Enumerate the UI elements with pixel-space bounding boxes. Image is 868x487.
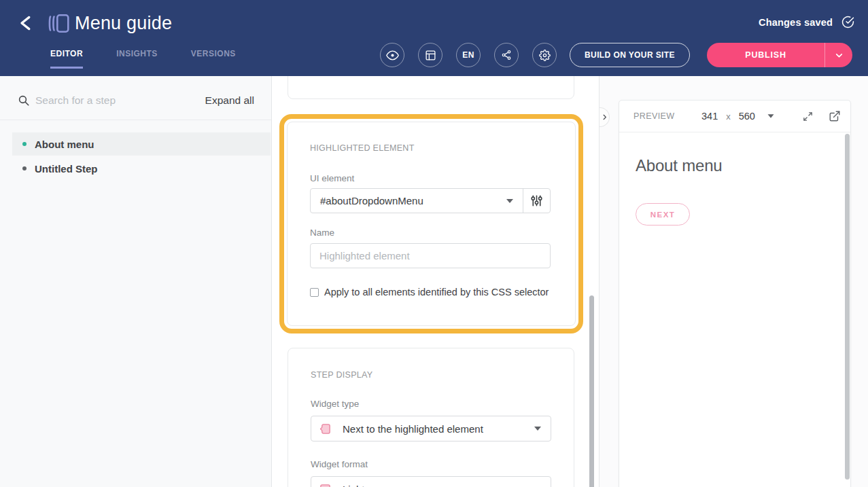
preview-header-icons	[802, 110, 841, 122]
caret-down-icon	[534, 427, 541, 431]
expand-diagonal-icon	[802, 111, 814, 122]
step-search-row: Expand all	[0, 76, 271, 120]
apply-all-label: Apply to all elements identified by this…	[324, 287, 549, 297]
preview-scrollbar-thumb[interactable]	[845, 134, 850, 480]
preview-header: PREVIEW 341 x 560	[619, 101, 850, 132]
widget-type-value: Next to the highlighted element	[343, 423, 534, 435]
back-button[interactable]	[18, 15, 33, 31]
ui-element-value: #aboutDropdownMenu	[320, 195, 506, 206]
preview-panel: PREVIEW 341 x 560 About menu	[619, 100, 851, 487]
external-link-icon	[829, 110, 841, 122]
step-status-dot	[22, 166, 27, 170]
language-button[interactable]: EN	[456, 43, 481, 67]
steps-sidebar: Expand all About menu Untitled Step	[0, 76, 272, 487]
preview-size-select[interactable]: 341 x 560	[701, 111, 774, 122]
step-display-card: STEP DISPLAY Widget type Next to the hig…	[288, 348, 574, 487]
element-settings-button[interactable]	[523, 189, 550, 213]
tune-sliders-icon	[530, 194, 543, 207]
changes-saved-status: Changes saved	[759, 16, 854, 29]
panel-divider	[599, 76, 600, 487]
check-circle-icon	[841, 16, 854, 29]
chevron-down-icon	[835, 51, 844, 60]
preview-height-value: 560	[739, 111, 755, 122]
changes-saved-label: Changes saved	[759, 17, 833, 28]
widget-type-label: Widget type	[311, 399, 359, 409]
apply-all-checkbox[interactable]	[310, 288, 319, 297]
preview-next-button[interactable]: NEXT	[636, 203, 690, 226]
section-heading: STEP DISPLAY	[311, 370, 372, 380]
highlighted-section-ring: HIGHLIGHTED ELEMENT UI element #aboutDro…	[279, 114, 583, 333]
settings-button[interactable]	[532, 43, 557, 67]
widget-format-value: Light	[343, 484, 534, 487]
next-button-label: NEXT	[650, 211, 676, 219]
search-icon	[18, 94, 30, 107]
caret-down-icon	[767, 114, 774, 118]
step-item-about-menu[interactable]: About menu	[12, 132, 271, 156]
highlighted-element-card: HIGHLIGHTED ELEMENT UI element #aboutDro…	[287, 122, 576, 326]
app-window: Menu guide Changes saved EDITOR INSIGHTS…	[0, 0, 868, 487]
preview-eye-button[interactable]	[380, 43, 404, 67]
caret-down-icon	[506, 199, 513, 203]
search-input[interactable]	[35, 94, 205, 107]
publish-dropdown-button[interactable]	[824, 43, 852, 67]
chevron-left-icon	[18, 15, 33, 31]
editor-scrollbar-thumb[interactable]	[589, 295, 594, 487]
preview-region: PREVIEW 341 x 560 About menu	[600, 76, 868, 487]
expand-all-link[interactable]: Expand all	[205, 94, 254, 107]
preview-step-title: About menu	[636, 156, 722, 175]
preview-heading: PREVIEW	[633, 111, 674, 121]
open-in-new-tab-button[interactable]	[829, 110, 841, 122]
eye-icon	[386, 49, 399, 62]
share-icon	[501, 50, 512, 60]
page-title: Menu guide	[75, 13, 172, 34]
chevron-right-icon	[601, 113, 608, 121]
preview-width-value: 341	[701, 111, 718, 122]
topbar-actions: EN BUILD ON YOUR SITE PUBLISH	[0, 43, 868, 67]
ui-element-select-group: #aboutDropdownMenu	[310, 188, 551, 213]
step-label: Untitled Step	[35, 163, 98, 175]
step-list: About menu Untitled Step	[0, 120, 271, 180]
publish-split-button: PUBLISH	[707, 43, 852, 67]
step-item-untitled-step[interactable]: Untitled Step	[12, 157, 271, 180]
step-editor-panel: HIGHLIGHTED ELEMENT UI element #aboutDro…	[272, 76, 599, 487]
ui-element-label: UI element	[310, 173, 354, 183]
widget-type-select[interactable]: Next to the highlighted element	[311, 416, 551, 441]
top-navbar: Menu guide Changes saved EDITOR INSIGHTS…	[0, 0, 868, 76]
layout-button[interactable]	[418, 43, 442, 67]
widget-format-label: Widget format	[311, 459, 368, 469]
language-label: EN	[462, 50, 474, 60]
apply-all-checkbox-row[interactable]: Apply to all elements identified by this…	[310, 287, 549, 297]
guide-logo-icon	[47, 14, 70, 33]
gear-icon	[539, 50, 551, 61]
publish-button[interactable]: PUBLISH	[707, 43, 824, 67]
build-on-your-site-button[interactable]: BUILD ON YOUR SITE	[570, 43, 690, 67]
build-button-label: BUILD ON YOUR SITE	[585, 50, 675, 60]
step-status-dot	[22, 142, 27, 146]
section-heading: HIGHLIGHTED ELEMENT	[310, 143, 415, 153]
widget-format-select[interactable]: Light	[311, 476, 551, 487]
tooltip-widget-icon	[319, 422, 332, 435]
share-button[interactable]	[494, 43, 519, 67]
previous-settings-card	[288, 76, 574, 99]
preview-size-separator: x	[726, 111, 731, 122]
layout-icon	[425, 50, 436, 61]
highlighted-element-name-input[interactable]	[310, 243, 551, 268]
bubble-widget-icon	[319, 483, 332, 487]
step-label: About menu	[35, 139, 94, 150]
name-label: Name	[310, 228, 334, 238]
expand-preview-button[interactable]	[802, 111, 814, 122]
ui-element-select[interactable]: #aboutDropdownMenu	[311, 189, 523, 213]
